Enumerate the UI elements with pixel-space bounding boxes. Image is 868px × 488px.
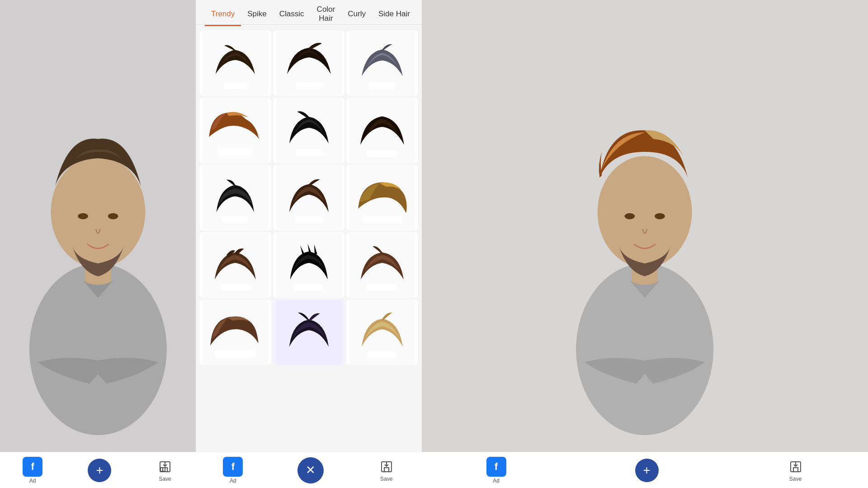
svg-point-4 (78, 213, 88, 219)
right-save-button[interactable]: Save (788, 459, 804, 482)
svg-point-5 (108, 213, 118, 219)
hair-style-9[interactable] (346, 165, 418, 230)
center-facebook-icon: f (223, 457, 243, 477)
hair-style-6[interactable] (346, 98, 418, 163)
left-person-photo (0, 27, 196, 456)
left-bottom-bar: f Ad + Save (0, 452, 196, 488)
hair-style-10[interactable] (199, 232, 271, 298)
right-save-icon (788, 459, 804, 475)
svg-rect-30 (367, 284, 398, 291)
hair-style-15[interactable] (346, 300, 418, 365)
left-save-button[interactable]: Save (157, 459, 173, 482)
center-panel: Trendy Spike Classic ColorHair Curly Sid… (196, 0, 422, 488)
right-person-photo (422, 27, 868, 456)
right-panel: f Ad + Save (422, 0, 868, 488)
tab-classic[interactable]: Classic (273, 6, 311, 22)
hair-style-4[interactable] (199, 98, 271, 163)
right-bottom-bar: f Ad + Save (422, 452, 868, 488)
right-ad-label: Ad (493, 478, 500, 484)
left-panel: f Ad + Save (0, 0, 196, 488)
hair-style-1[interactable] (199, 30, 271, 96)
hair-style-12[interactable] (346, 232, 418, 298)
hair-style-8[interactable] (273, 165, 345, 230)
center-ad-button[interactable]: f Ad (223, 457, 243, 484)
right-facebook-icon: f (486, 457, 506, 477)
svg-point-43 (655, 213, 665, 219)
tab-spike[interactable]: Spike (241, 6, 273, 22)
center-save-label: Save (380, 476, 392, 482)
svg-rect-22 (294, 216, 323, 223)
svg-rect-8 (224, 83, 246, 89)
svg-rect-18 (367, 150, 398, 157)
hair-style-7[interactable] (199, 165, 271, 230)
left-ad-button[interactable]: f Ad (23, 457, 42, 484)
svg-point-3 (51, 156, 145, 267)
svg-rect-24 (363, 216, 402, 223)
svg-rect-16 (296, 149, 322, 156)
center-close-button[interactable]: ✕ (297, 457, 324, 483)
tab-trendy[interactable]: Trendy (205, 6, 241, 22)
left-save-label: Save (159, 476, 171, 482)
tab-bar: Trendy Spike Classic ColorHair Curly Sid… (196, 0, 422, 25)
center-ad-label: Ad (230, 478, 236, 484)
hair-grid-scroll[interactable] (196, 25, 422, 452)
right-ad-button[interactable]: f Ad (486, 457, 506, 484)
svg-rect-26 (221, 284, 250, 291)
center-save-icon (378, 459, 395, 475)
left-add-button[interactable]: + (88, 459, 111, 482)
svg-point-41 (598, 156, 692, 267)
hair-style-14[interactable] (273, 300, 345, 365)
svg-rect-12 (369, 83, 396, 89)
svg-rect-32 (215, 350, 256, 357)
center-bottom-bar: f Ad ✕ Save (196, 452, 422, 488)
hair-grid (198, 28, 420, 367)
hair-style-13[interactable] (199, 300, 271, 365)
tab-curly[interactable]: Curly (341, 6, 372, 22)
svg-rect-10 (296, 82, 322, 89)
tab-color-hair[interactable]: ColorHair (311, 1, 342, 27)
svg-rect-36 (368, 351, 397, 358)
tab-side-hair[interactable]: Side Hair (372, 6, 416, 22)
svg-rect-28 (294, 284, 323, 291)
hair-style-3[interactable] (346, 30, 418, 96)
svg-rect-34 (294, 351, 323, 358)
right-add-button[interactable]: + (635, 459, 659, 482)
center-save-button[interactable]: Save (378, 459, 395, 482)
svg-point-42 (625, 213, 635, 219)
left-facebook-icon: f (23, 457, 42, 477)
hair-style-5[interactable] (273, 98, 345, 163)
hair-style-11[interactable] (273, 232, 345, 298)
right-save-label: Save (789, 476, 802, 482)
svg-rect-20 (222, 216, 248, 223)
hair-style-2[interactable] (273, 30, 345, 96)
left-save-icon (157, 459, 173, 475)
svg-rect-14 (218, 148, 253, 155)
left-ad-label: Ad (29, 478, 36, 484)
